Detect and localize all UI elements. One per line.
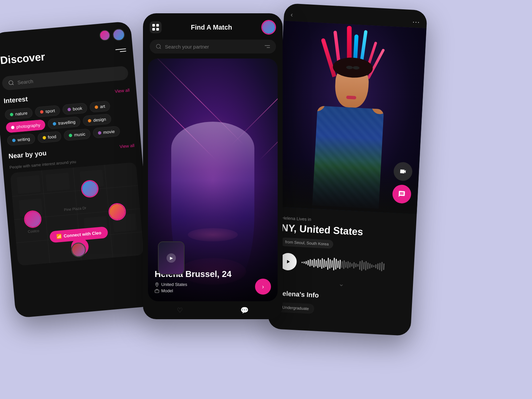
wave-bar-10 (321, 258, 323, 269)
p2-user-avatar[interactable] (261, 20, 276, 35)
dot-movie (98, 131, 101, 135)
phone-profile-detail: ‹ ... (268, 3, 428, 336)
wave-bar-3 (308, 260, 309, 265)
avatar-1 (99, 30, 111, 41)
grid-dot-2 (156, 24, 159, 27)
interest-music-label: music (74, 131, 85, 137)
grid-icon[interactable] (150, 21, 162, 33)
wave-bar-33 (367, 262, 368, 269)
waveform (301, 256, 406, 274)
info-badges: Undergraduate (277, 302, 403, 319)
dot-travelling (53, 122, 57, 125)
wave-bar-41 (383, 263, 384, 270)
interest-art[interactable]: art (89, 101, 111, 113)
phone-discover: Discover Interest View all nature (0, 21, 155, 318)
wave-bar-19 (339, 260, 340, 269)
chat-button[interactable] (392, 184, 412, 204)
p3-image-bg (274, 21, 427, 214)
grid-dot-4 (156, 28, 159, 31)
wave-bar-22 (345, 262, 347, 268)
wave-bar-6 (313, 259, 315, 267)
phone-find-match: Find A Match (143, 13, 283, 319)
wave-bar-17 (335, 259, 337, 270)
info-title: Helena's Info (278, 290, 404, 304)
interest-art-label: art (100, 104, 105, 109)
p2-bottom-nav: ♡ 💬 (143, 301, 283, 319)
interest-travelling[interactable]: travelling (48, 116, 81, 129)
wave-bar-27 (355, 263, 357, 267)
wave-bar-38 (377, 263, 378, 269)
wave-bar-25 (351, 263, 353, 267)
wave-bar-30 (361, 260, 363, 271)
card-location: United States (155, 282, 271, 287)
p2-title: Find A Match (191, 24, 232, 31)
interest-sport-label: sport (45, 108, 55, 114)
video-call-button[interactable] (393, 162, 413, 181)
wave-bar-11 (323, 259, 325, 268)
dot-photography (11, 125, 15, 129)
svg-point-2 (157, 283, 158, 284)
view-all-nearby[interactable]: View all (119, 143, 135, 149)
chat-icon (398, 190, 406, 198)
from-badge: from Seoul, South Korea (280, 237, 334, 249)
wave-bar-36 (373, 265, 374, 267)
video-icon (399, 168, 407, 175)
wave-bar-18 (337, 260, 338, 268)
interest-design[interactable]: design (82, 114, 111, 126)
profile-card[interactable]: Helena Brussel, 24 United States (148, 59, 278, 301)
chevron-down-icon[interactable]: ⌄ (278, 277, 405, 291)
interest-writing[interactable]: writing (7, 133, 35, 146)
wave-bar-15 (331, 260, 332, 268)
wave-bar-37 (375, 264, 377, 268)
p2-search-bar[interactable] (150, 40, 276, 54)
interest-book[interactable]: book (62, 103, 88, 115)
svg-point-1 (156, 44, 160, 48)
options-icon[interactable]: ... (412, 17, 420, 25)
play-btn-sm[interactable]: ▶ (159, 242, 184, 274)
p2-search-input[interactable] (165, 44, 261, 50)
interest-travelling-label: travelling (58, 119, 75, 126)
interests-grid: nature sport book art photography trav (5, 99, 134, 146)
wave-bar-8 (317, 259, 319, 268)
interest-food[interactable]: food (37, 131, 62, 143)
view-all-interest[interactable]: View all (115, 87, 130, 94)
briefcase-icon (155, 289, 159, 293)
filter-icon[interactable] (115, 49, 127, 57)
video-thumbnail[interactable]: ▶ (158, 241, 185, 275)
dot-book (67, 107, 71, 111)
dot-design (88, 119, 91, 122)
search-icon (8, 80, 15, 86)
wave-bar-4 (310, 259, 311, 267)
dot-food (42, 136, 46, 139)
interest-movie-label: movie (103, 129, 115, 135)
connect-label: Connect with Cleo (64, 230, 101, 238)
nav-message[interactable]: 💬 (240, 306, 249, 314)
nearby-title: Near by you (8, 149, 47, 160)
location-icon (155, 282, 159, 287)
back-icon[interactable]: ‹ (291, 11, 293, 18)
wave-bar-1 (304, 261, 305, 263)
interest-food-label: food (48, 134, 57, 140)
p2-header: Find A Match (143, 13, 283, 40)
nav-heart[interactable]: ♡ (177, 306, 183, 314)
action-buttons (392, 162, 413, 204)
interest-title: Interest (3, 95, 28, 105)
wave-bar-23 (347, 261, 348, 269)
p2-filter-icon[interactable] (265, 45, 270, 48)
next-button[interactable]: › (255, 279, 271, 295)
interest-photography[interactable]: photography (6, 119, 46, 133)
dot-art (94, 105, 98, 109)
interest-nature-label: nature (15, 110, 28, 116)
interest-book-label: book (72, 106, 82, 111)
audio-player[interactable] (279, 253, 406, 277)
wave-bar-35 (371, 264, 373, 268)
interest-movie[interactable]: movie (92, 126, 120, 138)
interest-writing-label: writing (17, 136, 30, 142)
wave-bar-12 (326, 260, 327, 267)
wave-bar-0 (302, 262, 303, 263)
interest-sport[interactable]: sport (35, 105, 60, 117)
interest-music[interactable]: music (64, 128, 91, 141)
wave-bar-13 (327, 258, 329, 270)
interest-nature[interactable]: nature (5, 107, 33, 120)
search-input[interactable] (17, 70, 122, 85)
